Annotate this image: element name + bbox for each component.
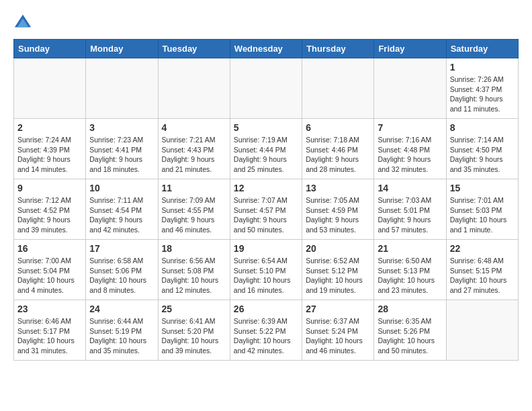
day-info: Sunrise: 7:09 AM Sunset: 4:55 PM Dayligh… [162,195,226,235]
day-number: 5 [234,122,298,133]
calendar-cell: 2Sunrise: 7:24 AM Sunset: 4:39 PM Daylig… [14,119,86,179]
day-number: 21 [378,243,442,254]
calendar-body: 1Sunrise: 7:26 AM Sunset: 4:37 PM Daylig… [14,58,519,361]
logo [13,13,35,32]
day-info: Sunrise: 7:14 AM Sunset: 4:50 PM Dayligh… [450,135,515,175]
day-number: 10 [89,183,154,193]
day-number: 18 [162,243,226,254]
calendar-cell: 18Sunrise: 6:56 AM Sunset: 5:08 PM Dayli… [158,240,230,300]
day-info: Sunrise: 6:50 AM Sunset: 5:13 PM Dayligh… [378,256,442,295]
week-row-4: 23Sunrise: 6:46 AM Sunset: 5:17 PM Dayli… [14,300,519,361]
calendar-cell: 26Sunrise: 6:39 AM Sunset: 5:22 PM Dayli… [230,300,302,361]
calendar-cell: 9Sunrise: 7:12 AM Sunset: 4:52 PM Daylig… [14,179,86,240]
weekday-header-friday: Friday [374,40,446,58]
day-number: 20 [306,243,370,254]
calendar-cell [230,58,302,119]
calendar-cell: 22Sunrise: 6:48 AM Sunset: 5:15 PM Dayli… [446,240,518,300]
day-info: Sunrise: 7:18 AM Sunset: 4:46 PM Dayligh… [306,135,370,175]
calendar-cell [374,58,446,119]
calendar-cell [86,58,158,119]
weekday-header-sunday: Sunday [14,40,86,58]
day-number: 1 [450,62,515,73]
day-number: 28 [378,304,442,314]
day-number: 22 [450,243,515,254]
weekday-header-row: SundayMondayTuesdayWednesdayThursdayFrid… [14,40,519,58]
day-info: Sunrise: 7:23 AM Sunset: 4:41 PM Dayligh… [89,135,154,175]
calendar-cell: 4Sunrise: 7:21 AM Sunset: 4:43 PM Daylig… [158,119,230,179]
calendar-cell: 19Sunrise: 6:54 AM Sunset: 5:10 PM Dayli… [230,240,302,300]
day-info: Sunrise: 7:12 AM Sunset: 4:52 PM Dayligh… [17,195,82,235]
calendar-cell: 6Sunrise: 7:18 AM Sunset: 4:46 PM Daylig… [302,119,374,179]
day-number: 13 [306,183,370,193]
day-info: Sunrise: 7:00 AM Sunset: 5:04 PM Dayligh… [17,256,82,295]
day-info: Sunrise: 6:35 AM Sunset: 5:26 PM Dayligh… [378,316,442,356]
day-info: Sunrise: 7:24 AM Sunset: 4:39 PM Dayligh… [17,135,82,175]
day-info: Sunrise: 7:07 AM Sunset: 4:57 PM Dayligh… [234,195,298,235]
day-number: 26 [234,304,298,314]
day-info: Sunrise: 6:44 AM Sunset: 5:19 PM Dayligh… [89,316,154,356]
weekday-header-tuesday: Tuesday [158,40,230,58]
day-number: 19 [234,243,298,254]
calendar-cell: 1Sunrise: 7:26 AM Sunset: 4:37 PM Daylig… [446,58,518,119]
weekday-header-monday: Monday [86,40,158,58]
calendar-table: SundayMondayTuesdayWednesdayThursdayFrid… [13,39,519,361]
calendar-cell: 14Sunrise: 7:03 AM Sunset: 5:01 PM Dayli… [374,179,446,240]
day-info: Sunrise: 6:56 AM Sunset: 5:08 PM Dayligh… [162,256,226,295]
day-number: 23 [17,304,82,314]
week-row-1: 2Sunrise: 7:24 AM Sunset: 4:39 PM Daylig… [14,119,519,179]
week-row-2: 9Sunrise: 7:12 AM Sunset: 4:52 PM Daylig… [14,179,519,240]
day-number: 25 [162,304,226,314]
day-number: 3 [89,122,154,133]
day-info: Sunrise: 6:52 AM Sunset: 5:12 PM Dayligh… [306,256,370,295]
day-info: Sunrise: 6:41 AM Sunset: 5:20 PM Dayligh… [162,316,226,356]
day-number: 24 [89,304,154,314]
day-info: Sunrise: 7:11 AM Sunset: 4:54 PM Dayligh… [89,195,154,235]
calendar-cell: 23Sunrise: 6:46 AM Sunset: 5:17 PM Dayli… [14,300,86,361]
page-header [13,13,519,32]
calendar-cell: 5Sunrise: 7:19 AM Sunset: 4:44 PM Daylig… [230,119,302,179]
calendar-cell: 28Sunrise: 6:35 AM Sunset: 5:26 PM Dayli… [374,300,446,361]
day-info: Sunrise: 7:05 AM Sunset: 4:59 PM Dayligh… [306,195,370,235]
day-info: Sunrise: 6:37 AM Sunset: 5:24 PM Dayligh… [306,316,370,356]
day-number: 9 [17,183,82,193]
day-number: 15 [450,183,515,193]
calendar-cell: 16Sunrise: 7:00 AM Sunset: 5:04 PM Dayli… [14,240,86,300]
week-row-3: 16Sunrise: 7:00 AM Sunset: 5:04 PM Dayli… [14,240,519,300]
calendar-cell: 10Sunrise: 7:11 AM Sunset: 4:54 PM Dayli… [86,179,158,240]
day-info: Sunrise: 6:39 AM Sunset: 5:22 PM Dayligh… [234,316,298,356]
logo-icon [13,13,32,32]
day-info: Sunrise: 6:48 AM Sunset: 5:15 PM Dayligh… [450,256,515,295]
day-info: Sunrise: 7:19 AM Sunset: 4:44 PM Dayligh… [234,135,298,175]
calendar-cell: 25Sunrise: 6:41 AM Sunset: 5:20 PM Dayli… [158,300,230,361]
weekday-header-saturday: Saturday [446,40,518,58]
calendar-cell: 24Sunrise: 6:44 AM Sunset: 5:19 PM Dayli… [86,300,158,361]
calendar-cell [14,58,86,119]
calendar-cell: 13Sunrise: 7:05 AM Sunset: 4:59 PM Dayli… [302,179,374,240]
day-info: Sunrise: 7:21 AM Sunset: 4:43 PM Dayligh… [162,135,226,175]
day-number: 2 [17,122,82,133]
day-number: 12 [234,183,298,193]
calendar-cell: 3Sunrise: 7:23 AM Sunset: 4:41 PM Daylig… [86,119,158,179]
calendar-cell [302,58,374,119]
weekday-header-wednesday: Wednesday [230,40,302,58]
day-number: 14 [378,183,442,193]
calendar-cell: 12Sunrise: 7:07 AM Sunset: 4:57 PM Dayli… [230,179,302,240]
calendar-cell: 27Sunrise: 6:37 AM Sunset: 5:24 PM Dayli… [302,300,374,361]
day-number: 11 [162,183,226,193]
calendar-cell: 15Sunrise: 7:01 AM Sunset: 5:03 PM Dayli… [446,179,518,240]
calendar-cell: 17Sunrise: 6:58 AM Sunset: 5:06 PM Dayli… [86,240,158,300]
calendar-cell: 21Sunrise: 6:50 AM Sunset: 5:13 PM Dayli… [374,240,446,300]
day-info: Sunrise: 6:54 AM Sunset: 5:10 PM Dayligh… [234,256,298,295]
calendar-cell: 8Sunrise: 7:14 AM Sunset: 4:50 PM Daylig… [446,119,518,179]
day-info: Sunrise: 7:01 AM Sunset: 5:03 PM Dayligh… [450,195,515,235]
day-info: Sunrise: 7:03 AM Sunset: 5:01 PM Dayligh… [378,195,442,235]
week-row-0: 1Sunrise: 7:26 AM Sunset: 4:37 PM Daylig… [14,58,519,119]
day-info: Sunrise: 7:16 AM Sunset: 4:48 PM Dayligh… [378,135,442,175]
calendar-cell: 7Sunrise: 7:16 AM Sunset: 4:48 PM Daylig… [374,119,446,179]
day-number: 27 [306,304,370,314]
day-number: 17 [89,243,154,254]
day-number: 16 [17,243,82,254]
day-number: 8 [450,122,515,133]
day-info: Sunrise: 7:26 AM Sunset: 4:37 PM Dayligh… [450,75,515,114]
day-number: 7 [378,122,442,133]
